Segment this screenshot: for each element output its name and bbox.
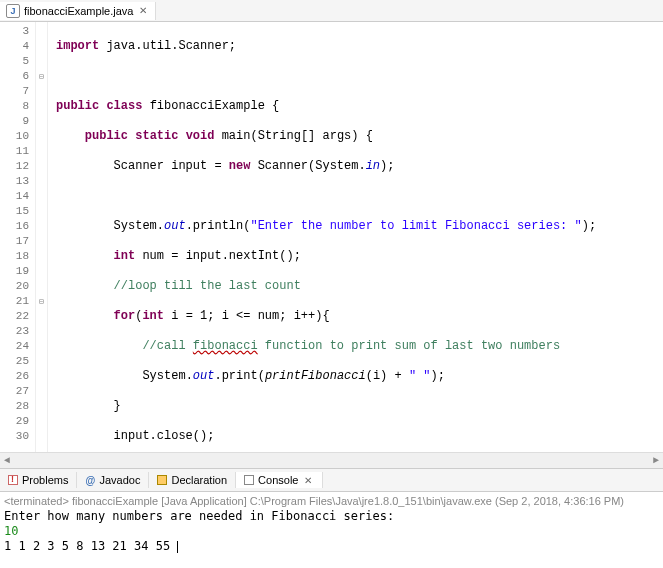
scroll-right-icon[interactable]: ► [653,455,659,466]
line-number: 8 [0,99,29,114]
close-icon[interactable]: ✕ [302,475,314,486]
line-number: 9 [0,114,29,129]
line-number: 11 [0,144,29,159]
console-input-line: 10 [4,524,659,539]
view-tab-bar: ! Problems @ Javadoc Declaration Console… [0,468,663,492]
fold-column: ⊟ ⊟ [36,22,48,452]
line-number: 13 [0,174,29,189]
line-number: 29 [0,414,29,429]
fold-marker-icon[interactable]: ⊟ [36,294,47,309]
console-output-line: 1 1 2 3 5 8 13 21 34 55 [4,539,659,554]
tab-console[interactable]: Console ✕ [236,472,323,488]
console-process-label: <terminated> fibonacciExample [Java Appl… [4,494,659,509]
console-output-line: Enter how many numbers are needed in Fib… [4,509,659,524]
console-icon [244,475,254,485]
line-number: 12 [0,159,29,174]
console-view[interactable]: <terminated> fibonacciExample [Java Appl… [0,492,663,556]
line-number: 21 [0,294,29,309]
line-number: 20 [0,279,29,294]
line-number: 16 [0,219,29,234]
code-editor[interactable]: 3 4 5 6 7 8 9 10 11 12 13 14 15 16 17 18… [0,22,663,452]
tab-javadoc[interactable]: @ Javadoc [77,472,149,488]
editor-tab[interactable]: J fibonacciExample.java ✕ [0,2,156,20]
line-number: 14 [0,189,29,204]
close-icon[interactable]: ✕ [137,5,149,16]
line-number: 26 [0,369,29,384]
line-number: 17 [0,234,29,249]
javadoc-icon: @ [85,475,95,485]
line-number: 3 [0,24,29,39]
line-number: 22 [0,309,29,324]
line-number: 7 [0,84,29,99]
line-number: 4 [0,39,29,54]
line-number: 15 [0,204,29,219]
editor-tab-title: fibonacciExample.java [24,5,133,17]
line-number: 27 [0,384,29,399]
problems-icon: ! [8,475,18,485]
text-cursor [177,541,178,553]
line-number: 28 [0,399,29,414]
horizontal-scrollbar[interactable]: ◄ ► [0,452,663,468]
line-number: 25 [0,354,29,369]
tab-problems[interactable]: ! Problems [0,472,77,488]
scroll-left-icon[interactable]: ◄ [4,455,10,466]
tab-declaration[interactable]: Declaration [149,472,236,488]
line-number: 10 [0,129,29,144]
line-number: 19 [0,264,29,279]
code-content[interactable]: import java.util.Scanner; public class f… [48,22,663,452]
line-number: 5 [0,54,29,69]
line-number: 18 [0,249,29,264]
line-number: 6 [0,69,29,84]
line-number: 30 [0,429,29,444]
line-number: 23 [0,324,29,339]
declaration-icon [157,475,167,485]
java-file-icon: J [6,4,20,18]
line-number: 24 [0,339,29,354]
line-number-gutter: 3 4 5 6 7 8 9 10 11 12 13 14 15 16 17 18… [0,22,36,452]
editor-tab-bar: J fibonacciExample.java ✕ [0,0,663,22]
fold-marker-icon[interactable]: ⊟ [36,69,47,84]
